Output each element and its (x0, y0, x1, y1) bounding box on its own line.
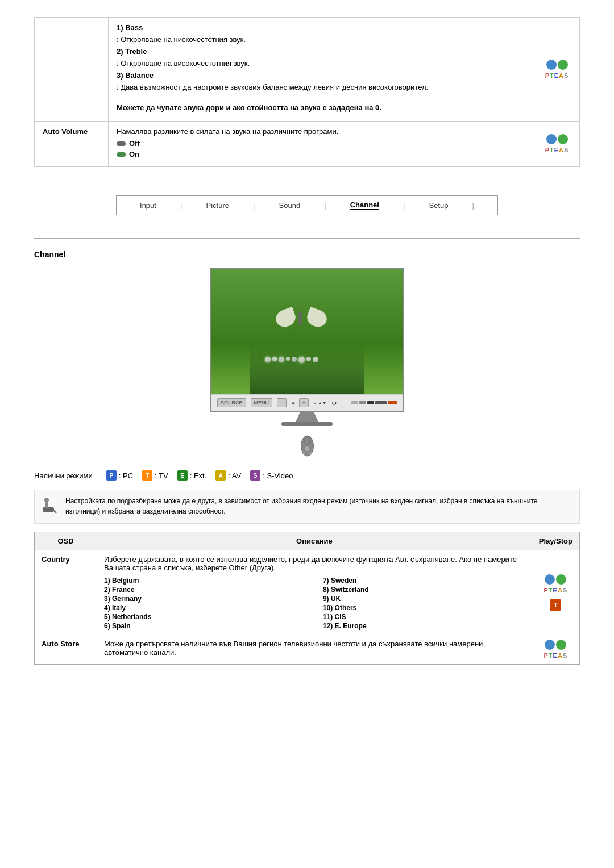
grass (250, 344, 364, 394)
country-4: 4) Italy (104, 604, 306, 612)
circle-blue-3 (545, 574, 555, 585)
tv-screen (211, 269, 403, 394)
circle-green-2 (558, 134, 568, 144)
mode-tv-text: : TV (155, 471, 168, 480)
nav-picture[interactable]: Picture (206, 201, 229, 210)
svg-rect-1 (305, 436, 310, 444)
nav-sep-3: | (324, 201, 326, 210)
on-item: On (117, 150, 526, 158)
country-2: 2) France (104, 586, 306, 594)
mode-pc-text: : PC (119, 471, 133, 480)
nav-sep-1: | (180, 201, 182, 210)
badge-p: P (106, 470, 117, 481)
circle-green-3 (556, 574, 566, 585)
auto-volume-desc: Намалява разликите в силата на звука на … (117, 127, 526, 136)
bass-title: 1) Bass (117, 23, 143, 32)
svg-point-4 (309, 452, 312, 455)
country-list: 1) Belgium 7) Sweden 2) France 8) Switze… (104, 577, 525, 630)
mode-svideo-text: : S-Video (263, 471, 293, 480)
country-6: 6) Spain (104, 622, 306, 630)
butterfly (284, 307, 318, 335)
nav-setup[interactable]: Setup (429, 201, 449, 210)
pteas-icon-2: PTEAS (545, 134, 569, 153)
mode-ext: E : Ext. (177, 470, 207, 481)
bottom-content-table: OSD Описание Play/Stop Country Изберете … (34, 532, 580, 665)
country-pteas-icon: PTEAS T (544, 574, 568, 611)
svg-point-7 (44, 498, 49, 502)
country-7: 7) Sweden (323, 577, 525, 585)
circle-blue-2 (546, 134, 557, 144)
country-5: 5) Netherlands (104, 613, 306, 621)
country-intro: Изберете държавата, в която се използва … (104, 555, 525, 572)
auto-volume-label: Auto Volume (35, 122, 109, 167)
svg-point-2 (305, 446, 309, 451)
country-row: Country Изберете държавата, в която се и… (35, 550, 580, 635)
menu-btn[interactable]: MENU (251, 398, 273, 407)
country-3: 3) Germany (104, 595, 306, 603)
on-dot (117, 152, 126, 157)
bass-icon-cell: PTEAS (534, 18, 580, 122)
sound-note: Можете да чувате звука дори и ако стойно… (117, 103, 526, 112)
arrow-icon: ◀ (291, 400, 294, 406)
mode-av: A : AV (215, 470, 241, 481)
balance-title: 3) Balance (117, 71, 154, 80)
section-divider (34, 238, 580, 239)
mode-av-text: : AV (228, 471, 241, 480)
source-btn[interactable]: SOURCE (217, 398, 246, 407)
auto-store-row: Auto Store Може да претърсвате наличните… (35, 635, 580, 665)
on-label: On (129, 150, 139, 158)
tv-container: SOURCE MENU – ◀ + V ▲▼ ⏻ (34, 268, 580, 459)
country-9: 9) UK (323, 595, 525, 603)
off-item: Off (117, 139, 526, 148)
header-playstop: Play/Stop (532, 532, 579, 550)
note-text: Настройката по подразбиране може да е др… (65, 496, 574, 516)
nature-bg (211, 269, 403, 394)
minus-btn[interactable]: – (277, 398, 287, 407)
vch-label: V ▲▼ (313, 400, 326, 406)
auto-store-label: Auto Store (35, 635, 97, 665)
nav-sep-2: | (253, 201, 255, 210)
header-osd: OSD (35, 532, 97, 550)
auto-volume-content: Намалява разликите в силата на звука на … (109, 122, 534, 167)
note-icon (40, 496, 59, 518)
t-badge-icon: T (550, 599, 561, 611)
modes-label: Налични режими (34, 471, 93, 480)
color-bars (341, 401, 397, 404)
remote-icon (297, 432, 317, 459)
mode-ext-text: : Ext. (190, 471, 207, 480)
country-description: Изберете държавата, в която се използва … (97, 550, 532, 635)
nav-channel[interactable]: Channel (350, 201, 379, 210)
tv-base (281, 422, 333, 426)
country-12: 12) E. Europe (323, 622, 525, 630)
circle-green (558, 60, 568, 70)
auto-store-pteas-icon: PTEAS (544, 640, 568, 659)
country-icon-cell: PTEAS T (532, 550, 579, 635)
badge-e: E (177, 470, 188, 481)
mode-tv: T : TV (142, 470, 168, 481)
circle-blue-4 (545, 640, 555, 650)
plus-btn[interactable]: + (299, 398, 309, 407)
nav-input[interactable]: Input (140, 201, 156, 210)
country-label: Country (35, 550, 97, 635)
bass-treble-label (35, 18, 109, 122)
circle-blue (546, 60, 557, 70)
top-content-table: 1) Bass : Открояване на нискочестотния з… (34, 17, 580, 167)
country-11: 11) CIS (323, 613, 525, 621)
tv-stand (296, 412, 318, 422)
pteas-icon-1: PTEAS (545, 60, 569, 79)
modes-row: Налични режими P : PC T : TV E : Ext. A … (34, 470, 580, 481)
country-10: 10) Others (323, 604, 525, 612)
badge-a: A (215, 470, 226, 481)
off-dot (117, 141, 126, 146)
treble-desc: : Открояване на високочестотния звук. (117, 59, 526, 68)
country-1: 1) Belgium (104, 577, 306, 585)
off-label: Off (129, 139, 140, 148)
pteas-letters-4: PTEAS (544, 652, 568, 659)
auto-store-description: Може да претърсвате наличните във Вашия … (97, 635, 532, 665)
nav-sound[interactable]: Sound (279, 201, 301, 210)
pteas-letters-2: PTEAS (545, 147, 569, 153)
svg-rect-6 (45, 502, 48, 508)
circle-green-4 (556, 640, 566, 650)
country-8: 8) Switzerland (323, 586, 525, 594)
pteas-letters-3: PTEAS (544, 587, 568, 594)
